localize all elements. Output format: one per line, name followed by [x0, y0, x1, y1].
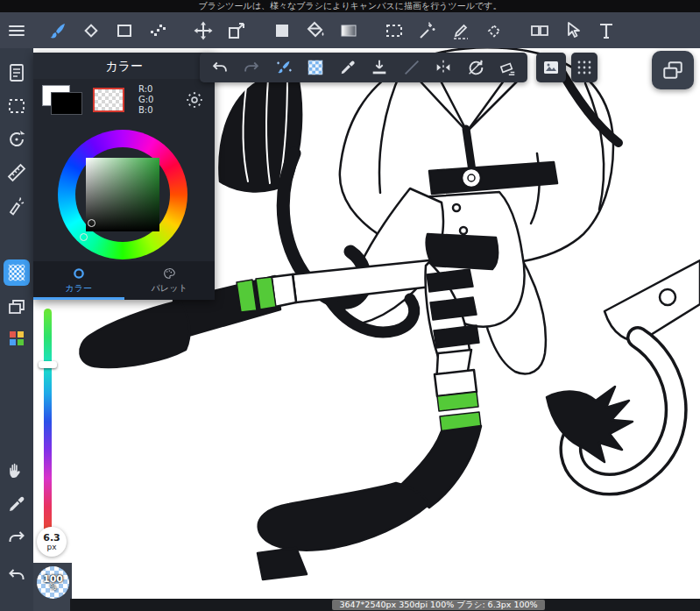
color-panel: カラー R:0 G:0 B:0 カラー [33, 53, 215, 300]
magic-wand-icon[interactable] [417, 20, 438, 41]
status-bar: 3647*2540px 350dpi 100% ブラシ: 6.3px 100% [70, 599, 700, 611]
brush-size-unit: px [46, 543, 56, 551]
tool-group [47, 20, 168, 41]
redo-icon[interactable] [6, 527, 27, 548]
grid-dots-icon[interactable] [574, 57, 595, 78]
ruler-icon[interactable] [6, 162, 27, 183]
halftone-icon[interactable] [4, 259, 30, 286]
sv-marker [88, 219, 95, 227]
transparent-color-swatch[interactable] [93, 88, 124, 112]
color-wheel[interactable] [33, 121, 215, 261]
menu-area [0, 20, 33, 41]
swatch-row: R:0 G:0 B:0 [33, 79, 215, 121]
split-view-icon[interactable] [529, 20, 550, 41]
tab-palette-label: パレット [152, 282, 187, 295]
select-rect-icon[interactable] [384, 20, 405, 41]
clear-icon[interactable] [498, 58, 517, 77]
brush-opacity-badge[interactable]: 100 % [37, 566, 69, 599]
tool-group [193, 20, 247, 41]
brush-opacity-unit: % [50, 584, 57, 592]
text-tool-icon[interactable] [596, 20, 617, 41]
transform-icon[interactable] [226, 20, 247, 41]
rotate-reset-icon[interactable] [466, 58, 485, 77]
gradient-icon[interactable] [338, 20, 359, 41]
tool-group [529, 20, 617, 41]
rgb-r: R:0 [138, 84, 176, 95]
sidebar-group-tools [4, 259, 30, 349]
left-sidebar [0, 48, 33, 611]
canvas-info: 3647*2540px 350dpi 100% ブラシ: 6.3px 100% [332, 600, 544, 610]
overview-button[interactable] [652, 51, 694, 89]
undo-icon[interactable] [210, 58, 230, 77]
redo-icon[interactable] [242, 58, 261, 77]
color-tab-icon [72, 266, 86, 281]
hue-slider[interactable] [44, 309, 52, 535]
brush-size-badge[interactable]: 6.3 px [37, 527, 67, 557]
sidebar-group-top [6, 62, 27, 217]
quick-toolbar [200, 53, 527, 82]
eyedropper-icon[interactable] [338, 58, 357, 77]
menu-icon[interactable] [6, 20, 27, 41]
dot-pen-icon[interactable] [147, 20, 168, 41]
saturation-square[interactable] [86, 158, 159, 231]
tab-palette[interactable]: パレット [124, 261, 216, 300]
image-icon[interactable] [541, 57, 562, 78]
checker-pattern-icon[interactable] [306, 58, 325, 77]
eraser-icon[interactable] [81, 20, 102, 41]
line-icon[interactable] [402, 58, 421, 77]
select-marquee-icon[interactable] [6, 96, 27, 117]
settings-gear-icon[interactable] [185, 90, 204, 110]
foreground-color-swatch[interactable] [51, 92, 82, 115]
palette-icon [162, 266, 176, 281]
brush-opacity-value: 100 [43, 574, 63, 584]
select-pen-icon[interactable] [450, 20, 471, 41]
hue-slider-handle[interactable] [39, 361, 57, 368]
materials-icon[interactable] [6, 328, 27, 349]
image-button[interactable] [536, 53, 566, 82]
brush-sparkle-icon[interactable] [274, 58, 293, 77]
rgb-g: G:0 [138, 95, 176, 105]
undo-icon[interactable] [6, 565, 27, 586]
eyedropper-icon[interactable] [6, 494, 27, 515]
color-panel-title: カラー [33, 53, 215, 79]
rgb-values: R:0 G:0 B:0 [133, 84, 176, 116]
brush-icon[interactable] [47, 20, 68, 41]
brush-size-value: 6.3 [43, 533, 60, 543]
hand-icon[interactable] [6, 460, 27, 481]
tool-group [272, 20, 359, 41]
tool-group [384, 20, 505, 41]
save-icon[interactable] [370, 58, 389, 77]
hue-marker [80, 233, 88, 241]
rgb-b: B:0 [138, 105, 176, 116]
overview-icon[interactable] [661, 59, 685, 82]
toolbar-groups [47, 20, 641, 41]
tab-color[interactable]: カラー [33, 261, 124, 300]
pages-icon[interactable] [6, 62, 27, 83]
layers-icon[interactable] [6, 296, 27, 317]
symmetry-icon[interactable] [434, 58, 453, 77]
toolbar-drag-handle[interactable] [571, 53, 597, 82]
color-panel-tabs: カラー パレット [33, 261, 215, 300]
paint-app-window: ブラシツールは、様々なブラシによりキャンバスに描画を行うツールです。 カラー R… [0, 0, 700, 611]
airbrush-icon[interactable] [6, 195, 27, 217]
rotate-view-icon[interactable] [6, 129, 27, 150]
move-icon[interactable] [193, 20, 214, 41]
bucket-icon[interactable] [305, 20, 326, 41]
color-swatch-pair[interactable] [42, 85, 84, 115]
fill-square-icon[interactable] [272, 20, 293, 41]
select-eraser-icon[interactable] [484, 20, 505, 41]
sidebar-group-bottom [6, 565, 27, 586]
notification-bar: ブラシツールは、様々なブラシによりキャンバスに描画を行うツールです。 [0, 0, 700, 12]
cursor-icon[interactable] [562, 20, 583, 41]
sidebar-group-nav [6, 460, 27, 548]
rect-tool-icon[interactable] [114, 20, 135, 41]
top-toolbar [0, 12, 700, 48]
tab-color-label: カラー [66, 282, 92, 295]
